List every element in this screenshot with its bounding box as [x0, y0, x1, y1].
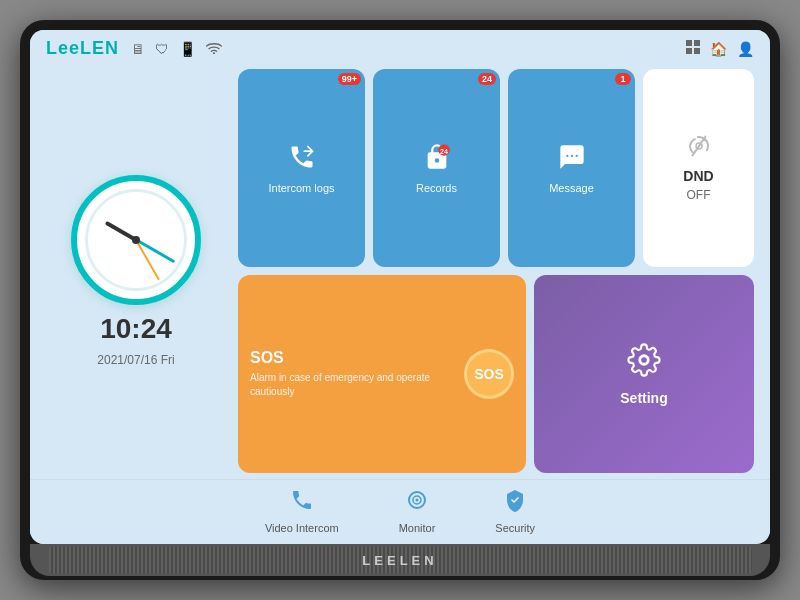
top-bar: LeeLEN 🖥 🛡 📱 [30, 30, 770, 63]
grid-row-top: 99+ Intercom logs 24 [238, 69, 754, 267]
svg-point-8 [570, 154, 572, 156]
setting-tile[interactable]: Setting [534, 275, 754, 473]
person-icon: 👤 [737, 41, 754, 57]
intercom-logs-tile[interactable]: 99+ Intercom logs [238, 69, 365, 267]
security-nav-icon [503, 488, 527, 518]
settings-icon [627, 343, 661, 384]
records-label: Records [416, 182, 457, 194]
bottom-nav: Video Intercom Monitor [30, 479, 770, 544]
svg-point-9 [575, 154, 577, 156]
speaker-bar: LEELEN [49, 546, 752, 574]
dnd-icon [687, 134, 711, 164]
clock-face [71, 175, 201, 305]
message-icon [558, 143, 586, 178]
video-intercom-label: Video Intercom [265, 522, 339, 534]
device-bottom: LEELEN [30, 544, 770, 576]
svg-text:24: 24 [440, 147, 448, 154]
grid-section: 99+ Intercom logs 24 [238, 69, 754, 473]
svg-rect-2 [694, 40, 700, 46]
message-tile[interactable]: 1 Message [508, 69, 635, 267]
sos-desc: Alarm in case of emergency and operate c… [250, 371, 454, 399]
house-icon: 🏠 [710, 41, 727, 57]
intercom-label: Intercom logs [268, 182, 334, 194]
svg-point-7 [566, 154, 568, 156]
security-label: Security [495, 522, 535, 534]
video-intercom-icon [290, 488, 314, 518]
wifi-icon [206, 41, 222, 57]
message-badge: 1 [615, 73, 631, 85]
nav-video-intercom[interactable]: Video Intercom [265, 488, 339, 534]
dnd-title: DND [683, 168, 713, 184]
svg-point-0 [213, 52, 215, 54]
nav-security[interactable]: Security [495, 488, 535, 534]
device-frame: LeeLEN 🖥 🛡 📱 [20, 20, 780, 580]
screen: LeeLEN 🖥 🛡 📱 [30, 30, 770, 544]
shield-icon: 🛡 [155, 41, 169, 57]
records-tile[interactable]: 24 24 Records [373, 69, 500, 267]
monitor-icon: 🖥 [131, 41, 145, 57]
logo: LeeLEN [46, 38, 119, 59]
phone-icon: 📱 [179, 41, 196, 57]
main-content: 10:24 2021/07/16 Fri 99+ [30, 63, 770, 479]
dnd-status: OFF [687, 188, 711, 202]
records-icon: 24 [423, 143, 451, 178]
grid-row-bottom: SOS Alarm in case of emergency and opera… [238, 275, 754, 473]
grid-icon [686, 40, 700, 57]
brand-label: LEELEN [362, 553, 437, 568]
clock-section: 10:24 2021/07/16 Fri [46, 69, 226, 473]
svg-point-12 [416, 499, 419, 502]
intercom-icon [288, 143, 316, 178]
sos-tile[interactable]: SOS Alarm in case of emergency and opera… [238, 275, 526, 473]
dnd-tile[interactable]: DND OFF [643, 69, 754, 267]
monitor-nav-icon [405, 488, 429, 518]
clock-date: 2021/07/16 Fri [97, 353, 174, 367]
sos-title: SOS [250, 349, 454, 367]
svg-rect-1 [686, 40, 692, 46]
message-label: Message [549, 182, 594, 194]
records-badge: 24 [478, 73, 496, 85]
top-left-icons: 🖥 🛡 📱 [131, 41, 222, 57]
intercom-badge: 99+ [338, 73, 361, 85]
setting-label: Setting [620, 390, 667, 406]
nav-monitor[interactable]: Monitor [399, 488, 436, 534]
monitor-label: Monitor [399, 522, 436, 534]
clock-time: 10:24 [100, 313, 172, 345]
top-right-icons: 🏠 👤 [686, 40, 754, 57]
svg-rect-4 [694, 48, 700, 54]
clock-center [132, 236, 140, 244]
svg-rect-3 [686, 48, 692, 54]
sos-button[interactable]: SOS [464, 349, 514, 399]
sos-text: SOS Alarm in case of emergency and opera… [250, 349, 454, 399]
